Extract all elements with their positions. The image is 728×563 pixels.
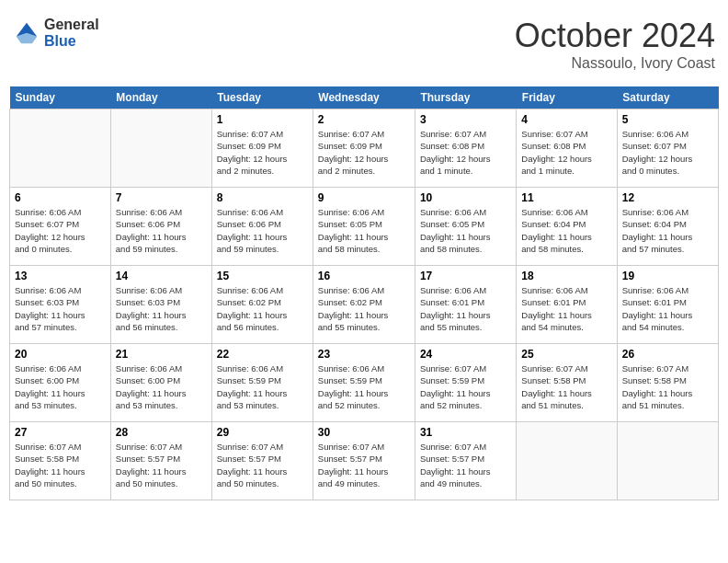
day-number: 5 xyxy=(622,113,713,126)
day-info: Sunrise: 6:06 AM Sunset: 5:59 PM Dayligh… xyxy=(217,362,308,411)
day-number: 15 xyxy=(217,270,308,282)
calendar-cell: 18Sunrise: 6:06 AM Sunset: 6:01 PM Dayli… xyxy=(517,266,617,344)
calendar-cell: 17Sunrise: 6:06 AM Sunset: 6:01 PM Dayli… xyxy=(415,266,516,344)
day-header-saturday: Saturday xyxy=(617,86,718,109)
logo: General Blue xyxy=(13,17,99,49)
day-info: Sunrise: 6:07 AM Sunset: 5:58 PM Dayligh… xyxy=(622,362,713,411)
calendar-cell: 2Sunrise: 6:07 AM Sunset: 6:09 PM Daylig… xyxy=(313,109,415,188)
day-info: Sunrise: 6:07 AM Sunset: 5:58 PM Dayligh… xyxy=(15,441,106,489)
day-header-sunday: Sunday xyxy=(10,86,111,109)
day-number: 6 xyxy=(15,191,106,204)
calendar-cell: 22Sunrise: 6:06 AM Sunset: 5:59 PM Dayli… xyxy=(211,344,313,422)
calendar-cell: 3Sunrise: 6:07 AM Sunset: 6:08 PM Daylig… xyxy=(415,109,516,188)
day-header-monday: Monday xyxy=(110,86,211,109)
day-number: 21 xyxy=(116,348,207,361)
calendar-table: SundayMondayTuesdayWednesdayThursdayFrid… xyxy=(9,86,719,500)
day-header-tuesday: Tuesday xyxy=(211,86,313,109)
day-number: 9 xyxy=(318,191,410,204)
day-number: 31 xyxy=(420,426,511,439)
day-info: Sunrise: 6:06 AM Sunset: 6:04 PM Dayligh… xyxy=(622,206,713,255)
calendar-cell: 20Sunrise: 6:06 AM Sunset: 6:00 PM Dayli… xyxy=(10,344,111,422)
day-header-wednesday: Wednesday xyxy=(313,86,415,109)
day-info: Sunrise: 6:07 AM Sunset: 6:09 PM Dayligh… xyxy=(318,128,410,177)
day-number: 3 xyxy=(420,113,511,126)
day-number: 1 xyxy=(217,113,308,126)
calendar-cell xyxy=(110,109,211,188)
calendar-cell: 1Sunrise: 6:07 AM Sunset: 6:09 PM Daylig… xyxy=(211,109,313,188)
day-info: Sunrise: 6:06 AM Sunset: 6:03 PM Dayligh… xyxy=(116,284,207,333)
calendar-cell: 9Sunrise: 6:06 AM Sunset: 6:05 PM Daylig… xyxy=(313,188,415,266)
day-number: 25 xyxy=(521,348,611,361)
calendar-cell: 24Sunrise: 6:07 AM Sunset: 5:59 PM Dayli… xyxy=(415,344,516,422)
header-row: SundayMondayTuesdayWednesdayThursdayFrid… xyxy=(10,86,719,109)
day-number: 18 xyxy=(521,270,611,282)
calendar-cell: 29Sunrise: 6:07 AM Sunset: 5:57 PM Dayli… xyxy=(211,422,313,500)
calendar-cell: 21Sunrise: 6:06 AM Sunset: 6:00 PM Dayli… xyxy=(110,344,211,422)
calendar-cell: 10Sunrise: 6:06 AM Sunset: 6:05 PM Dayli… xyxy=(415,188,516,266)
calendar-cell: 28Sunrise: 6:07 AM Sunset: 5:57 PM Dayli… xyxy=(110,422,211,500)
calendar-cell: 16Sunrise: 6:06 AM Sunset: 6:02 PM Dayli… xyxy=(313,266,415,344)
title-block: October 2024 Nassoulo, Ivory Coast xyxy=(515,17,715,72)
logo-general-label: General xyxy=(44,17,99,33)
week-row-5: 27Sunrise: 6:07 AM Sunset: 5:58 PM Dayli… xyxy=(10,422,719,500)
day-info: Sunrise: 6:07 AM Sunset: 5:58 PM Dayligh… xyxy=(521,362,611,411)
month-title: October 2024 xyxy=(515,17,715,55)
day-number: 14 xyxy=(116,270,207,282)
day-number: 20 xyxy=(15,348,106,361)
calendar-cell: 8Sunrise: 6:06 AM Sunset: 6:06 PM Daylig… xyxy=(211,188,313,266)
calendar-cell: 14Sunrise: 6:06 AM Sunset: 6:03 PM Dayli… xyxy=(110,266,211,344)
calendar-cell: 6Sunrise: 6:06 AM Sunset: 6:07 PM Daylig… xyxy=(10,188,111,266)
day-info: Sunrise: 6:06 AM Sunset: 6:06 PM Dayligh… xyxy=(116,206,207,255)
day-info: Sunrise: 6:06 AM Sunset: 5:59 PM Dayligh… xyxy=(318,362,410,411)
day-number: 12 xyxy=(622,191,713,204)
week-row-1: 1Sunrise: 6:07 AM Sunset: 6:09 PM Daylig… xyxy=(10,109,719,188)
day-number: 7 xyxy=(116,191,207,204)
day-info: Sunrise: 6:06 AM Sunset: 6:00 PM Dayligh… xyxy=(15,362,106,411)
day-info: Sunrise: 6:06 AM Sunset: 6:02 PM Dayligh… xyxy=(318,284,410,333)
day-info: Sunrise: 6:07 AM Sunset: 5:57 PM Dayligh… xyxy=(318,441,410,489)
day-number: 23 xyxy=(318,348,410,361)
day-info: Sunrise: 6:07 AM Sunset: 5:57 PM Dayligh… xyxy=(217,441,308,489)
day-info: Sunrise: 6:06 AM Sunset: 6:01 PM Dayligh… xyxy=(420,284,511,333)
calendar-cell: 15Sunrise: 6:06 AM Sunset: 6:02 PM Dayli… xyxy=(211,266,313,344)
day-header-thursday: Thursday xyxy=(415,86,516,109)
calendar-cell: 12Sunrise: 6:06 AM Sunset: 6:04 PM Dayli… xyxy=(617,188,718,266)
week-row-2: 6Sunrise: 6:06 AM Sunset: 6:07 PM Daylig… xyxy=(10,188,719,266)
day-info: Sunrise: 6:07 AM Sunset: 6:08 PM Dayligh… xyxy=(521,128,611,177)
calendar-cell: 11Sunrise: 6:06 AM Sunset: 6:04 PM Dayli… xyxy=(517,188,617,266)
location-title: Nassoulo, Ivory Coast xyxy=(515,55,715,72)
day-number: 19 xyxy=(622,270,713,282)
day-number: 10 xyxy=(420,191,511,204)
day-info: Sunrise: 6:07 AM Sunset: 5:57 PM Dayligh… xyxy=(116,441,207,489)
logo-text: General Blue xyxy=(44,17,99,49)
calendar-cell: 25Sunrise: 6:07 AM Sunset: 5:58 PM Dayli… xyxy=(517,344,617,422)
week-row-3: 13Sunrise: 6:06 AM Sunset: 6:03 PM Dayli… xyxy=(10,266,719,344)
calendar-cell: 30Sunrise: 6:07 AM Sunset: 5:57 PM Dayli… xyxy=(313,422,415,500)
day-number: 22 xyxy=(217,348,308,361)
calendar-cell xyxy=(517,422,617,500)
calendar-cell: 27Sunrise: 6:07 AM Sunset: 5:58 PM Dayli… xyxy=(10,422,111,500)
calendar-cell: 5Sunrise: 6:06 AM Sunset: 6:07 PM Daylig… xyxy=(617,109,718,188)
day-info: Sunrise: 6:07 AM Sunset: 6:09 PM Dayligh… xyxy=(217,128,308,177)
week-row-4: 20Sunrise: 6:06 AM Sunset: 6:00 PM Dayli… xyxy=(10,344,719,422)
day-number: 11 xyxy=(521,191,611,204)
day-info: Sunrise: 6:06 AM Sunset: 6:07 PM Dayligh… xyxy=(15,206,106,255)
day-info: Sunrise: 6:07 AM Sunset: 6:08 PM Dayligh… xyxy=(420,128,511,177)
day-info: Sunrise: 6:06 AM Sunset: 6:07 PM Dayligh… xyxy=(622,128,713,177)
day-info: Sunrise: 6:07 AM Sunset: 5:59 PM Dayligh… xyxy=(420,362,511,411)
day-info: Sunrise: 6:06 AM Sunset: 6:01 PM Dayligh… xyxy=(622,284,713,333)
day-number: 27 xyxy=(15,426,106,439)
day-number: 24 xyxy=(420,348,511,361)
calendar-cell: 4Sunrise: 6:07 AM Sunset: 6:08 PM Daylig… xyxy=(517,109,617,188)
day-number: 13 xyxy=(15,270,106,282)
day-info: Sunrise: 6:06 AM Sunset: 6:01 PM Dayligh… xyxy=(521,284,611,333)
day-info: Sunrise: 6:06 AM Sunset: 6:05 PM Dayligh… xyxy=(420,206,511,255)
day-header-friday: Friday xyxy=(517,86,617,109)
day-info: Sunrise: 6:06 AM Sunset: 6:03 PM Dayligh… xyxy=(15,284,106,333)
day-info: Sunrise: 6:07 AM Sunset: 5:57 PM Dayligh… xyxy=(420,441,511,489)
day-info: Sunrise: 6:06 AM Sunset: 6:04 PM Dayligh… xyxy=(521,206,611,255)
day-number: 28 xyxy=(116,426,207,439)
day-info: Sunrise: 6:06 AM Sunset: 6:05 PM Dayligh… xyxy=(318,206,410,255)
calendar-cell: 31Sunrise: 6:07 AM Sunset: 5:57 PM Dayli… xyxy=(415,422,516,500)
day-number: 4 xyxy=(521,113,611,126)
